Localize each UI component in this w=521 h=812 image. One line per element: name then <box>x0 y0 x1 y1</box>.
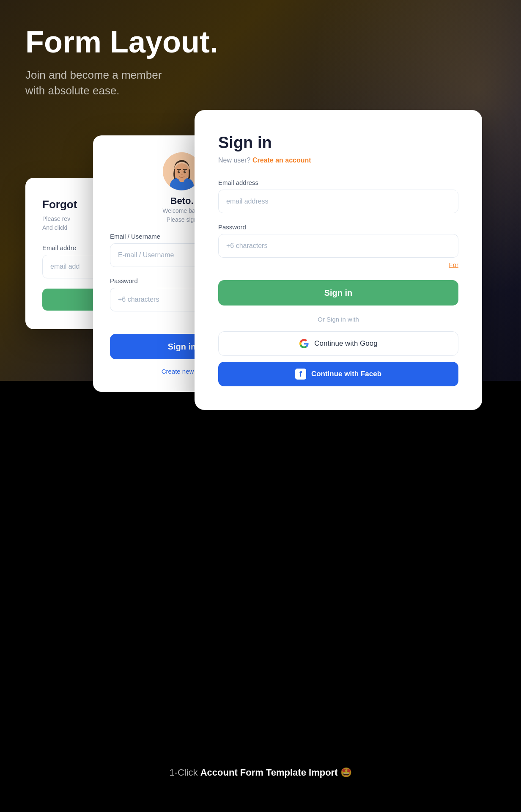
cards-area: Forgot Please rev And clicki Email addre <box>0 110 521 575</box>
cards-wrapper: Forgot Please rev And clicki Email addre <box>0 110 521 575</box>
facebook-button-text: Continue with Faceb <box>311 370 381 378</box>
signin-title: Sign in <box>218 134 458 152</box>
google-button-text: Continue with Goog <box>314 339 377 348</box>
signin-email-group: Email address <box>218 179 458 213</box>
signin-card: Sign in New user? Create an account Emai… <box>195 110 482 410</box>
create-account-link[interactable]: Create an account <box>252 157 311 164</box>
google-signin-button[interactable]: Continue with Goog <box>218 331 458 356</box>
svg-point-7 <box>185 171 186 172</box>
facebook-icon: f <box>295 369 306 380</box>
hero-title: Form Layout. <box>25 25 218 59</box>
signin-subtitle: New user? Create an account <box>218 155 458 165</box>
signin-password-input[interactable] <box>218 234 458 258</box>
facebook-signin-button[interactable]: f Continue with Faceb <box>218 362 458 386</box>
signin-password-label: Password <box>218 223 458 231</box>
svg-point-8 <box>181 174 183 175</box>
svg-point-5 <box>184 171 186 173</box>
bottom-text: 1-Click Account Form Template Import 🤩 <box>0 767 521 778</box>
google-icon <box>299 339 309 349</box>
hero-content: Form Layout. Join and become a member wi… <box>25 25 218 98</box>
welcome-name: Beto. <box>170 195 194 206</box>
svg-point-4 <box>178 171 180 173</box>
signin-password-group: Password <box>218 223 458 258</box>
svg-point-6 <box>179 171 180 172</box>
signin-email-label: Email address <box>218 179 458 186</box>
signin-button[interactable]: Sign in <box>218 280 458 306</box>
bottom-bar: 1-Click Account Form Template Import 🤩 <box>0 767 521 778</box>
signin-forgot-link[interactable]: For <box>218 261 458 268</box>
hero-subtitle: Join and become a member with absolute e… <box>25 67 186 98</box>
or-divider: Or Sign in with <box>218 316 458 323</box>
signin-email-input[interactable] <box>218 190 458 213</box>
dark-bottom <box>0 694 521 812</box>
